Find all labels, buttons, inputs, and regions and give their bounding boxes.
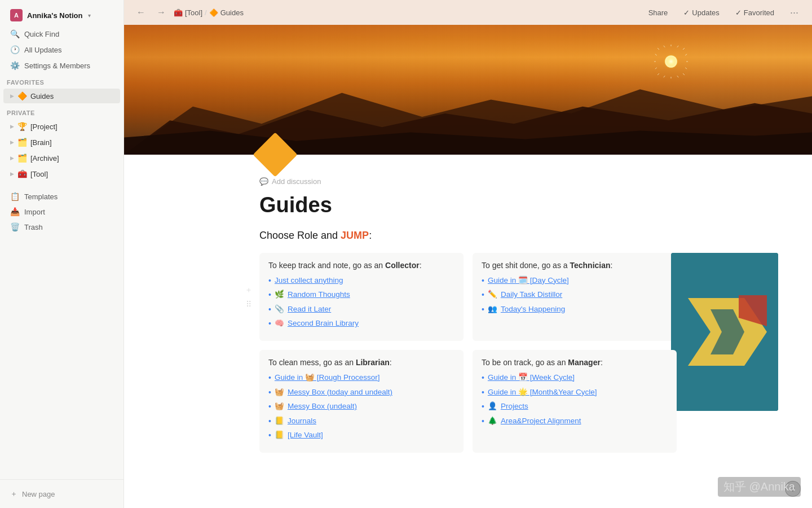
plus-icon: ＋: [10, 489, 17, 499]
tool-label: [Tool]: [30, 170, 48, 178]
manager-link-1[interactable]: Guide in 🌟 [Month&Year Cycle]: [488, 387, 597, 398]
import-label: Import: [24, 208, 45, 216]
list-item: ✏️ Daily Task Distillor: [482, 290, 668, 301]
sidebar-item-archive[interactable]: ▶ 🗂️ [Archive]: [3, 151, 120, 165]
sidebar-item-settings[interactable]: ⚙️ Settings & Members: [3, 58, 120, 73]
svg-line-5: [657, 48, 659, 50]
life-vault-emoji: 📒: [275, 430, 284, 441]
breadcrumb-guides-label: Guides: [220, 8, 244, 17]
breadcrumb-tool[interactable]: 🧰 [Tool]: [174, 8, 202, 17]
archive-label: [Archive]: [30, 154, 59, 163]
breadcrumb-separator: /: [205, 8, 207, 17]
librarian-link-1[interactable]: Messy Box (today and undealt): [288, 387, 392, 398]
list-item: 🧺 Messy Box (today and undealt): [268, 387, 454, 398]
sidebar-item-all-updates[interactable]: 🕐 All Updates: [3, 42, 120, 57]
technician-link-0[interactable]: Guide in 🗓️ [Day Cycle]: [488, 275, 569, 286]
settings-label: Settings & Members: [24, 62, 90, 70]
tool-emoji-icon: 🧰: [174, 8, 183, 17]
sidebar-item-brain[interactable]: ▶ 🗂️ [Brain]: [3, 135, 120, 150]
favorited-button[interactable]: ✓ Favorited: [731, 6, 779, 19]
manager-box: To be on track, go as an Manager: Guide …: [473, 350, 677, 453]
sidebar-item-guides[interactable]: ▶ 🔶 Guides: [3, 89, 120, 103]
journals-emoji: 📒: [275, 416, 284, 427]
manager-title-bold: Manager: [568, 358, 601, 367]
share-button[interactable]: Share: [644, 6, 673, 19]
expand-icon: ▶: [10, 139, 14, 145]
trash-label: Trash: [24, 223, 43, 231]
projects-emoji: 👤: [488, 401, 497, 412]
alignment-emoji: 🌲: [488, 416, 497, 427]
sidebar-item-tool[interactable]: ▶ 🧰 [Tool]: [3, 167, 120, 181]
collector-link-2[interactable]: Read it Later: [288, 304, 331, 315]
import-icon: 📥: [10, 207, 20, 216]
page-icon-wrapper: [259, 139, 677, 173]
collector-title-post: :: [420, 261, 422, 270]
sidebar-item-quick-find[interactable]: 🔍 Quick Find: [3, 27, 120, 41]
add-discussion-button[interactable]: 💬 Add discussion: [259, 177, 677, 186]
librarian-list: Guide in 🧺 [Rough Processor] 🧺 Messy Box…: [268, 373, 454, 441]
new-page-button[interactable]: ＋ New page: [3, 485, 120, 502]
collector-link-3[interactable]: Second Brain Library: [288, 318, 359, 329]
list-item: Guide in 🧺 [Rough Processor]: [268, 373, 454, 384]
drag-block-button[interactable]: ⠿: [242, 299, 255, 310]
sidebar-item-templates[interactable]: 📋 Templates: [3, 189, 120, 204]
technician-list: Guide in 🗓️ [Day Cycle] ✏️ Daily Task Di…: [482, 275, 668, 316]
expand-icon: ▶: [10, 155, 14, 161]
sun-graphic: [654, 45, 688, 78]
page-body: 💬 Add discussion Guides Choose Role and …: [214, 155, 722, 496]
templates-label: Templates: [24, 192, 58, 201]
svg-line-13: [655, 67, 657, 68]
updates-button[interactable]: ✓ Updates: [679, 6, 723, 19]
technician-link-2[interactable]: Today's Happening: [501, 304, 565, 315]
more-options-button[interactable]: ···: [785, 5, 803, 21]
breadcrumb-guides[interactable]: 🔶 Guides: [209, 8, 244, 17]
updates-label: Updates: [692, 8, 719, 17]
messy-box-emoji-0: 🧺: [275, 387, 284, 398]
svg-line-14: [686, 67, 687, 68]
second-brain-emoji: 🧠: [275, 318, 284, 329]
collector-link-0[interactable]: Just collect anything: [275, 275, 343, 286]
sidebar-item-import[interactable]: 📥 Import: [3, 204, 120, 219]
guides-icon: 🔶: [17, 91, 27, 100]
templates-icon: 📋: [10, 192, 20, 201]
list-item: 📒 Journals: [268, 416, 454, 427]
manager-list: Guide in 📅 [Week Cycle] Guide in 🌟 [Mont…: [482, 373, 668, 427]
add-discussion-label: Add discussion: [272, 177, 321, 186]
manager-link-2[interactable]: Projects: [501, 401, 528, 412]
librarian-link-4[interactable]: [Life Vault]: [288, 430, 323, 441]
messy-box-emoji-1: 🧺: [275, 401, 284, 412]
add-block-button[interactable]: ＋: [242, 284, 255, 296]
brain-label: [Brain]: [30, 138, 52, 147]
svg-line-11: [655, 54, 657, 55]
all-updates-label: All Updates: [24, 46, 61, 54]
sidebar: A Annika's Notion ▾ 🔍 Quick Find 🕐 All U…: [0, 0, 124, 508]
collector-link-1[interactable]: Random Thoughts: [288, 290, 350, 300]
librarian-link-0[interactable]: Guide in 🧺 [Rough Processor]: [275, 373, 380, 383]
list-item: Just collect anything: [268, 275, 454, 287]
sidebar-item-project[interactable]: ▶ 🏆 [Project]: [3, 119, 120, 134]
manager-link-0[interactable]: Guide in 📅 [Week Cycle]: [488, 373, 575, 383]
workspace-avatar: A: [10, 9, 23, 21]
star-icon: ✓: [735, 8, 742, 17]
manager-link-3[interactable]: Area&Project Alignment: [501, 416, 581, 427]
technician-title-pre: To get shit done, go as a: [482, 261, 570, 270]
librarian-link-3[interactable]: Journals: [288, 416, 316, 427]
decorative-image: [671, 253, 778, 411]
content-grid-row2: To clean mess, go as an Librarian: Guide…: [259, 350, 677, 453]
quick-find-label: Quick Find: [24, 30, 59, 38]
clock-icon: 🕐: [10, 45, 20, 54]
technician-link-1[interactable]: Daily Task Distillor: [501, 290, 562, 300]
librarian-link-2[interactable]: Messy Box (undealt): [288, 401, 357, 412]
back-button[interactable]: ←: [133, 5, 149, 20]
collector-title-bold: Collector: [385, 261, 420, 270]
guides-label: Guides: [30, 92, 54, 100]
workspace-selector[interactable]: A Annika's Notion ▾: [3, 6, 120, 25]
sidebar-item-trash[interactable]: 🗑️ Trash: [3, 220, 120, 234]
decorative-svg: [671, 253, 778, 411]
expand-icon: ▶: [10, 124, 14, 129]
favorites-section-label: FAVORITES: [0, 73, 123, 88]
svg-line-12: [686, 54, 687, 55]
page-icon: [253, 132, 297, 177]
forward-button[interactable]: →: [153, 5, 169, 20]
librarian-title-pre: To clean mess, go as an: [268, 358, 356, 367]
